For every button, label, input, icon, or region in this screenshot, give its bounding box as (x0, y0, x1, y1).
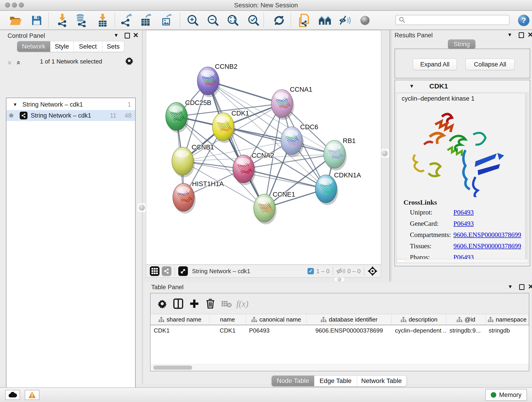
column-header-namespace[interactable]: namespace (486, 314, 529, 325)
memory-label: Memory (499, 391, 521, 399)
clone-network-icon[interactable] (298, 14, 311, 27)
selected-checkbox-icon[interactable]: ✓ (307, 268, 314, 274)
zoom-selected-icon[interactable] (247, 14, 260, 27)
network-node[interactable] (197, 67, 220, 97)
protein-card-header[interactable]: ▼ CDK1 (395, 80, 530, 92)
right-splitter-handle[interactable] (380, 148, 389, 158)
open-session-icon[interactable] (9, 14, 22, 27)
network-node[interactable] (233, 155, 256, 185)
crosslink-value[interactable]: P06493 (453, 220, 474, 227)
memory-button[interactable]: Memory (485, 389, 527, 401)
protein-expand-icon[interactable]: ▼ (409, 83, 414, 89)
show-columns-icon[interactable] (170, 297, 186, 311)
delete-column-icon[interactable] (202, 297, 218, 311)
control-panel-close-icon[interactable]: ✕ (133, 33, 139, 38)
create-column-icon[interactable] (186, 297, 202, 311)
import-network-database-icon[interactable] (74, 14, 87, 27)
column-header-database-identifier[interactable]: database identifier (307, 314, 392, 325)
table-cell[interactable]: CDK1 (209, 325, 246, 336)
left-splitter-handle[interactable] (137, 203, 147, 212)
grid-view-icon[interactable] (150, 266, 159, 276)
export-network-icon[interactable] (120, 14, 133, 27)
table-scrollbar-thumb[interactable] (153, 366, 192, 370)
bottom-splitter-handle[interactable] (334, 277, 345, 282)
export-image-icon[interactable] (160, 14, 173, 27)
birdseye-navigator-icon[interactable] (367, 266, 378, 276)
tab-style[interactable]: Style (51, 41, 74, 52)
table-cell[interactable]: stringdb (486, 325, 529, 336)
tab-sets[interactable]: Sets (102, 41, 124, 52)
tab-network[interactable]: Network (17, 41, 51, 52)
network-node[interactable] (172, 147, 195, 177)
table-cell[interactable]: CDK1 (151, 325, 209, 336)
table-cell[interactable]: 9606.ENSP00000378699 (307, 325, 392, 336)
table-cell[interactable]: cyclin–dependent ... (392, 325, 446, 336)
column-header-canonical-name[interactable]: canonical name (246, 314, 307, 325)
tab-select[interactable]: Select (74, 41, 102, 52)
table-panel-close-icon[interactable]: ✕ (528, 284, 532, 289)
table-scrollbar-horizontal[interactable] (151, 364, 529, 371)
table-row[interactable]: CDK1CDK1P064939606.ENSP00000378699cyclin… (151, 325, 529, 336)
import-table-file-icon[interactable] (96, 14, 109, 27)
expand-all-networks-icon[interactable]: » (6, 61, 14, 65)
help-icon[interactable]: ? (517, 14, 530, 27)
network-node[interactable] (324, 140, 347, 171)
network-edge[interactable] (208, 81, 264, 208)
results-scrollbar-vertical[interactable] (525, 94, 528, 262)
function-builder-icon[interactable]: f(x) (234, 297, 250, 311)
table-panel-collapse-icon[interactable]: ▼ (508, 284, 513, 290)
cloud-button[interactable] (5, 390, 20, 400)
network-collection-row[interactable]: ▼ String Network – cdk1 1 (6, 99, 135, 110)
results-panel-float-icon[interactable] (519, 32, 524, 38)
table-cell[interactable]: P06493 (246, 325, 307, 336)
crosslink-value[interactable]: 9606.ENSP00000378699 (453, 231, 521, 239)
column-header-shared-name[interactable]: shared name (151, 314, 209, 325)
crosslink-value[interactable]: 9606.ENSP00000378699 (453, 242, 521, 250)
column-header-id[interactable]: @id (446, 314, 486, 325)
crosslink-value[interactable]: P06493 (453, 209, 474, 216)
network-share-view-icon[interactable] (162, 266, 171, 276)
control-panel-float-icon[interactable] (125, 33, 130, 38)
results-panel-collapse-icon[interactable]: ▼ (507, 32, 512, 38)
delete-table-icon[interactable] (218, 297, 234, 311)
save-session-icon[interactable] (30, 14, 43, 27)
warning-button[interactable] (25, 390, 39, 400)
column-header-description[interactable]: description (392, 314, 446, 325)
network-node[interactable] (281, 127, 304, 157)
results-panel-close-icon[interactable]: ✕ (527, 32, 532, 37)
table-settings-gear-icon[interactable] (154, 297, 170, 311)
network-edge[interactable] (223, 127, 335, 154)
network-canvas[interactable]: CCNB2CCNA1CDC25BCDK1CDC6RB1CCNB1CCNA2CDK… (146, 30, 381, 265)
tab-node-table[interactable]: Node Table (272, 376, 314, 386)
zoom-out-icon[interactable] (207, 14, 220, 27)
apply-layout-icon[interactable] (273, 14, 285, 27)
export-table-icon[interactable] (140, 14, 152, 27)
collection-expand-icon[interactable]: ▼ (13, 102, 17, 107)
expand-all-button[interactable]: Expand All (413, 59, 457, 70)
detach-view-icon[interactable] (178, 266, 188, 276)
import-network-file-icon[interactable] (56, 14, 69, 27)
zoom-in-icon[interactable] (186, 14, 199, 27)
first-neighbors-icon[interactable] (318, 14, 331, 27)
collapse-all-networks-icon[interactable]: » (14, 61, 22, 65)
network-node[interactable] (315, 175, 338, 205)
footer-divider (333, 267, 333, 276)
hide-selected-icon[interactable] (338, 14, 351, 27)
fit-content-icon[interactable] (227, 14, 239, 27)
table-cell[interactable]: stringdb:9... (446, 325, 486, 336)
network-row[interactable]: String Network – cdk1 11 48 (6, 110, 135, 121)
network-node[interactable] (173, 183, 196, 214)
table-panel-float-icon[interactable] (519, 284, 525, 290)
tab-edge-table[interactable]: Edge Table (314, 376, 357, 386)
show-graphics-details-icon[interactable] (359, 14, 371, 27)
control-panel-collapse-icon[interactable]: ▼ (114, 32, 119, 38)
tab-network-table[interactable]: Network Table (357, 376, 406, 386)
network-node[interactable] (212, 113, 235, 143)
network-node[interactable] (254, 194, 277, 224)
results-scrollbar-horizontal[interactable] (397, 259, 528, 263)
column-header-name[interactable]: name (209, 314, 246, 325)
collapse-all-button[interactable]: Collapse All (466, 59, 515, 70)
search-input[interactable] (405, 16, 503, 24)
tab-string[interactable]: String (448, 39, 475, 49)
network-options-gear-icon[interactable] (125, 57, 133, 65)
